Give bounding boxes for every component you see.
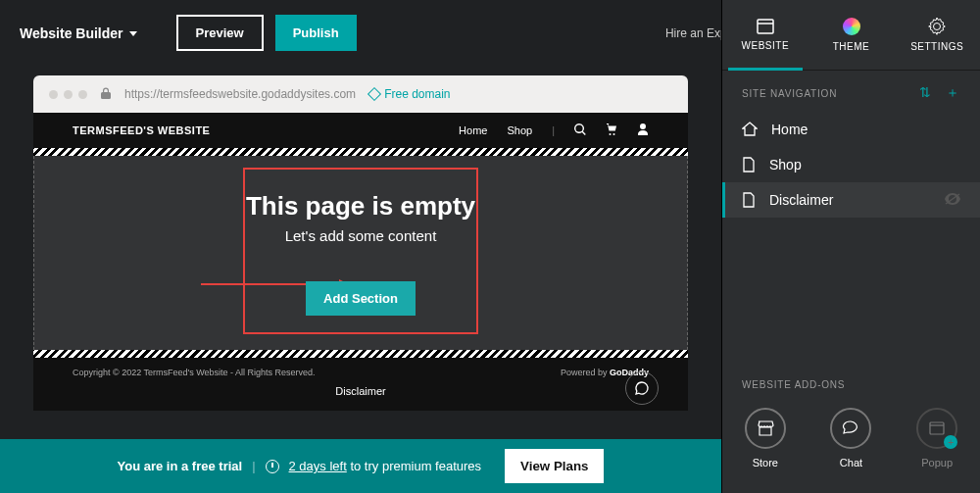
site-nav: Home Shop | — [459, 123, 649, 137]
stripe-divider — [33, 148, 688, 156]
nav-items: Home Shop Disclaimer — [722, 112, 980, 218]
url-bar: https://termsfeedswebsite.godaddysites.c… — [33, 75, 688, 113]
user-icon[interactable] — [637, 123, 649, 137]
lock-icon — [101, 87, 111, 102]
site-title: TERMSFEED'S WEBSITE — [73, 124, 210, 136]
page-icon — [742, 192, 756, 208]
empty-canvas[interactable]: This page is empty Let's add some conten… — [33, 156, 688, 350]
search-icon[interactable] — [574, 123, 586, 137]
tab-settings[interactable]: SETTINGS — [894, 0, 980, 70]
brand-label: Website Builder — [20, 25, 123, 41]
window-dots-icon — [49, 90, 87, 99]
home-icon — [742, 122, 758, 137]
addons: Store Chat + Popup — [722, 408, 980, 468]
addon-store[interactable]: Store — [745, 408, 786, 468]
header-buttons: Preview Publish — [176, 15, 357, 51]
site-navigation-header: SITE NAVIGATION ⇅ ＋ — [722, 71, 980, 112]
site-header: TERMSFEED'S WEBSITE Home Shop | — [33, 113, 688, 148]
tab-website[interactable]: WEBSITE — [722, 0, 808, 70]
chat-bubble-button[interactable] — [625, 371, 659, 405]
free-domain-link[interactable]: Free domain — [369, 87, 450, 101]
site-footer: Copyright © 2022 TermsFeed's Website - A… — [33, 358, 688, 411]
popup-icon — [929, 421, 945, 435]
add-section-button[interactable]: Add Section — [306, 281, 416, 316]
stripe-divider — [33, 350, 688, 358]
clock-icon — [266, 460, 279, 473]
brand-dropdown[interactable]: Website Builder — [20, 25, 137, 41]
addon-popup[interactable]: + Popup — [916, 408, 957, 468]
publish-button[interactable]: Publish — [275, 15, 357, 51]
cart-icon[interactable] — [606, 123, 617, 137]
tab-theme[interactable]: THEME — [808, 0, 895, 70]
panel-tabs: WEBSITE THEME SETTINGS — [722, 0, 980, 71]
trial-message: You are in a free trial — [118, 459, 243, 473]
chat-icon — [842, 420, 859, 436]
site-nav-home[interactable]: Home — [459, 124, 487, 136]
nav-item-shop[interactable]: Shop — [722, 147, 980, 182]
plus-badge-icon: + — [944, 435, 957, 449]
nav-item-disclaimer[interactable]: Disclaimer — [722, 182, 980, 218]
page-icon — [742, 157, 756, 173]
right-panel: WEBSITE THEME SETTINGS SITE NAVIGATION ⇅… — [721, 0, 980, 493]
tag-icon — [368, 87, 381, 101]
addon-chat[interactable]: Chat — [830, 408, 871, 468]
site-nav-shop[interactable]: Shop — [507, 124, 532, 136]
copyright-text: Copyright © 2022 TermsFeed's Website - A… — [73, 368, 316, 377]
chevron-down-icon — [129, 31, 137, 36]
hidden-icon — [945, 192, 960, 208]
reorder-icon[interactable]: ⇅ — [919, 84, 932, 102]
store-icon — [757, 420, 774, 436]
url-text: https://termsfeedswebsite.godaddysites.c… — [124, 87, 356, 101]
footer-disclaimer-link[interactable]: Disclaimer — [73, 385, 649, 397]
theme-icon — [843, 18, 860, 35]
window-icon — [757, 19, 774, 34]
trial-bar: You are in a free trial | 2 days left to… — [0, 439, 721, 493]
svg-rect-0 — [758, 20, 773, 33]
preview-button[interactable]: Preview — [176, 15, 264, 51]
add-page-icon[interactable]: ＋ — [946, 84, 960, 102]
canvas-area: https://termsfeedswebsite.godaddysites.c… — [0, 66, 721, 439]
nav-item-home[interactable]: Home — [722, 112, 980, 147]
days-left-link[interactable]: 2 days left — [289, 459, 347, 473]
view-plans-button[interactable]: View Plans — [505, 449, 604, 483]
svg-rect-3 — [930, 422, 944, 434]
gear-icon — [928, 18, 946, 35]
addons-header: WEBSITE ADD-ONS — [742, 379, 845, 390]
